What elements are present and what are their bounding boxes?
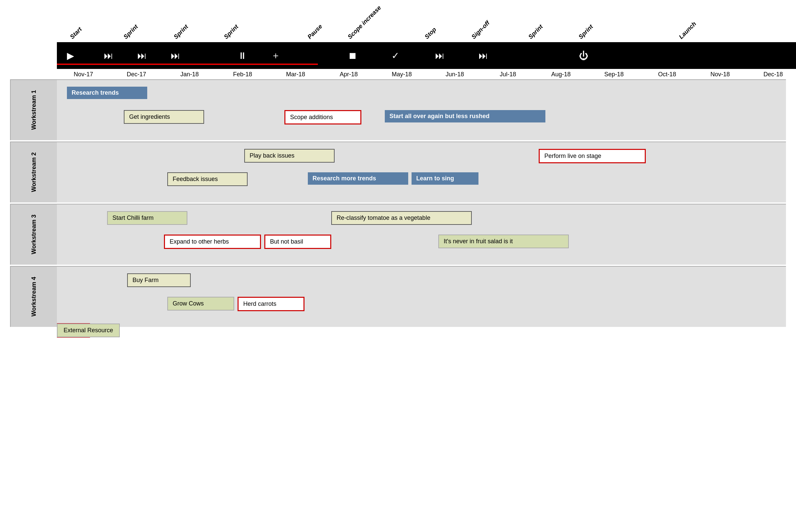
task-item[interactable]: Research more trends <box>308 172 408 185</box>
month-label: Jun-18 <box>428 71 481 78</box>
milestone-label: Start <box>69 26 83 40</box>
month-label: Dec-17 <box>110 71 163 78</box>
task-item[interactable]: Grow Cows <box>167 297 234 310</box>
milestone-label: Scope increase <box>346 4 382 40</box>
month-label: Oct-18 <box>640 71 694 78</box>
control-icon[interactable]: ⏸ <box>238 50 247 61</box>
workstream-content-2: Play back issuesFeedback issuesResearch … <box>57 142 786 203</box>
task-item[interactable]: But not basil <box>264 234 331 249</box>
workstream-label-3: Workstream 3 <box>10 205 57 265</box>
workstream-label-4: Workstream 4 <box>10 267 57 327</box>
task-item[interactable]: Start all over again but less rushed <box>385 110 545 122</box>
controls-bar: ▶⏭⏭⏭⏸＋⏹✓⏭⏭⏻ <box>57 42 796 69</box>
control-icon[interactable]: ⏹ <box>348 50 357 61</box>
milestone-label: Sprint <box>172 23 190 40</box>
control-icon[interactable]: ＋ <box>271 49 280 62</box>
control-icon[interactable]: ▶ <box>67 50 74 61</box>
workstream-content-4: Buy FarmGrow CowsHerd carrots <box>57 267 786 327</box>
workstream-row-4: Workstream 4Buy FarmGrow CowsHerd carrot… <box>10 266 786 327</box>
month-label: Jan-18 <box>163 71 216 78</box>
month-labels: Nov-17Dec-17Jan-18Feb-18Mar-18Apr-18May-… <box>57 71 796 78</box>
legend-item: External Resource <box>57 324 120 337</box>
milestone-label: Sprint <box>527 23 544 40</box>
month-label: Feb-18 <box>216 71 269 78</box>
month-label: Mar-18 <box>269 71 322 78</box>
control-icon[interactable]: ⏭ <box>137 50 147 61</box>
roadmap-container: StartSprintSprintSprintPauseScope increa… <box>10 12 786 330</box>
workstream-label-2: Workstream 2 <box>10 142 57 203</box>
workstream-container: Workstream 1Research trendsGet ingredien… <box>10 79 786 327</box>
control-icon[interactable]: ⏭ <box>478 50 488 61</box>
task-item[interactable]: Herd carrots <box>238 297 304 311</box>
workstream-row-3: Workstream 3Start Chilli farmRe-classify… <box>10 204 786 265</box>
control-icon[interactable]: ⏭ <box>435 50 444 61</box>
control-icon[interactable]: ⏭ <box>171 50 180 61</box>
task-item[interactable]: Research trends <box>67 87 147 99</box>
milestone-labels: StartSprintSprintSprintPauseScope increa… <box>57 12 786 42</box>
task-item[interactable]: Expand to other herbs <box>164 234 261 249</box>
milestone-label: Sprint <box>577 23 594 40</box>
month-label: Sep-18 <box>588 71 641 78</box>
workstream-row-1: Workstream 1Research trendsGet ingredien… <box>10 79 786 140</box>
control-icon[interactable]: ⏭ <box>104 50 113 61</box>
control-icon[interactable]: ✓ <box>392 50 399 61</box>
task-item[interactable]: Get ingredients <box>124 110 204 124</box>
task-item[interactable]: It's never in fruit salad is it <box>438 234 569 248</box>
task-item[interactable]: Scope additions <box>284 110 361 125</box>
task-item[interactable]: Play back issues <box>244 149 335 163</box>
month-label: Aug-18 <box>534 71 588 78</box>
month-label: Nov-17 <box>57 71 110 78</box>
milestone-label: Sign-off <box>470 19 491 40</box>
milestone-label: Pause <box>306 23 324 40</box>
month-label: Dec-18 <box>747 71 796 78</box>
month-label: Nov-18 <box>694 71 747 78</box>
month-label: May-18 <box>375 71 428 78</box>
task-item[interactable]: Feedback issues <box>167 172 248 186</box>
timeline-header: StartSprintSprintSprintPauseScope increa… <box>57 12 786 78</box>
month-label: Jul-18 <box>481 71 535 78</box>
workstream-row-2: Workstream 2Play back issuesFeedback iss… <box>10 141 786 203</box>
task-item[interactable]: Perform live on stage <box>539 149 646 163</box>
workstream-content-3: Start Chilli farmRe-classify tomatoe as … <box>57 205 786 265</box>
control-icon[interactable]: ⏻ <box>579 50 588 61</box>
task-item[interactable]: Buy Farm <box>127 273 191 287</box>
milestone-label: Sprint <box>122 23 139 40</box>
task-item[interactable]: Learn to sing <box>412 172 478 185</box>
milestone-label: Stop <box>423 26 438 40</box>
progress-line <box>57 63 318 65</box>
milestone-label: Launch <box>678 20 698 40</box>
task-item[interactable]: Re-classify tomatoe as a vegetable <box>331 211 472 225</box>
milestone-label: Sprint <box>223 23 240 40</box>
workstream-content-1: Research trendsGet ingredientsScope addi… <box>57 80 786 140</box>
month-label: Apr-18 <box>322 71 375 78</box>
workstream-label-1: Workstream 1 <box>10 80 57 140</box>
task-item[interactable]: Start Chilli farm <box>107 211 187 225</box>
